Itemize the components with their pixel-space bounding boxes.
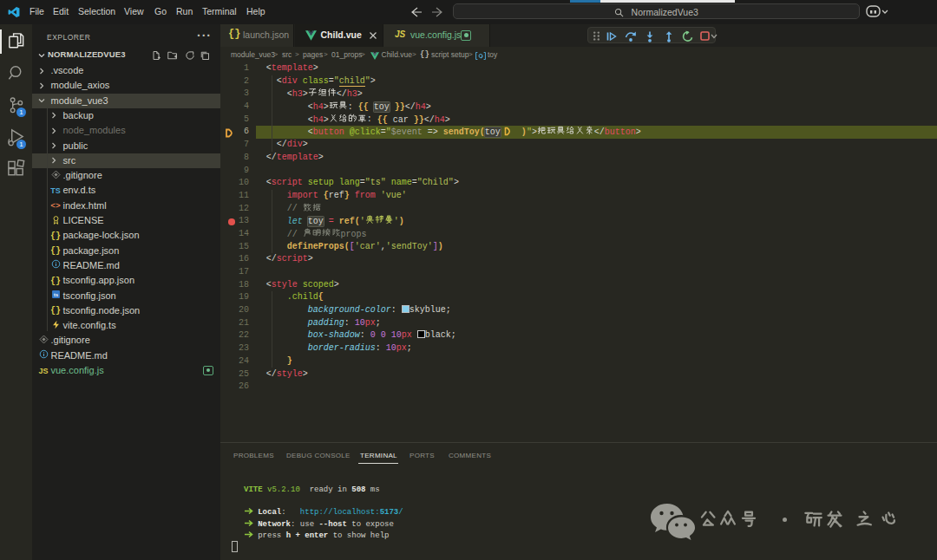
- svg-text:ts: ts: [54, 292, 58, 297]
